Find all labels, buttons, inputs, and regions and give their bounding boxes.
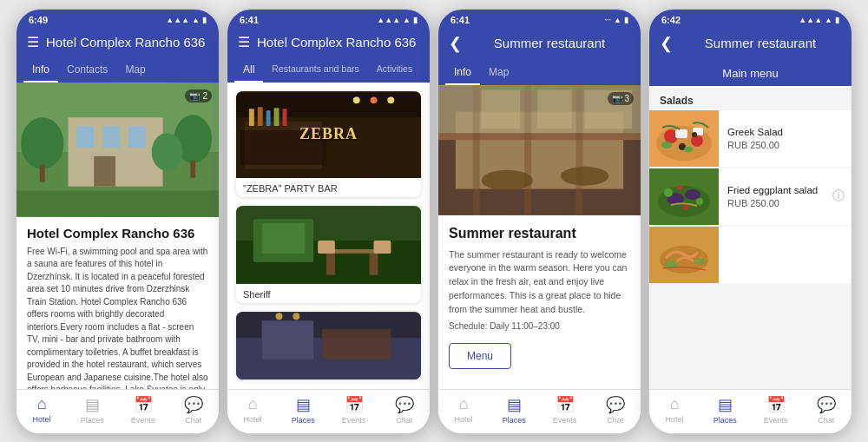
nav-hotel-4[interactable]: ⌂ Hotel	[649, 395, 700, 425]
tab-activities-2[interactable]: Activities	[368, 57, 421, 82]
svg-rect-51	[537, 89, 572, 129]
svg-point-69	[683, 205, 688, 210]
nav-events-3[interactable]: 📅 Events	[540, 395, 590, 425]
camera-icon: 📷	[189, 91, 200, 101]
phone-1: 6:49 ▲▲▲ ▲ ▮ ☰ Hotel Complex Rancho 636 …	[16, 9, 220, 434]
tab-contacts-1[interactable]: Contacts	[58, 57, 116, 82]
place-card-sheriff[interactable]: Sheriff	[236, 206, 421, 303]
content-1: 📷 2 Hotel Complex Rancho 636 Free Wi-Fi,…	[16, 82, 219, 389]
svg-rect-36	[262, 320, 313, 360]
nav-chat-2[interactable]: 💬 Chat	[379, 395, 430, 425]
back-icon-4[interactable]: ❮	[660, 34, 673, 53]
menu-icon-1[interactable]: ☰	[27, 34, 39, 50]
tab-info-3[interactable]: Info	[445, 60, 480, 85]
app-header-2: ☰ Hotel Complex Rancho 636	[227, 29, 430, 57]
nav-hotel-2[interactable]: ⌂ Hotel	[227, 395, 278, 425]
nav-places-2[interactable]: ▤ Places	[278, 395, 328, 425]
nav-events-2[interactable]: 📅 Events	[329, 395, 379, 425]
time-3: 6:41	[450, 15, 470, 25]
tab-info-1[interactable]: Info	[23, 57, 58, 82]
svg-rect-33	[374, 241, 391, 254]
menu-item-greek[interactable]: Greek Salad RUB 250.00	[649, 110, 852, 167]
app-header-3: ❮ Summer restaurant	[438, 29, 641, 60]
info-icon-eggplant[interactable]: ⓘ	[832, 168, 852, 225]
signal-icon-2: ▲▲▲	[377, 16, 400, 24]
shrimp-image	[649, 227, 719, 283]
svg-point-48	[561, 166, 609, 185]
nav-chat-1[interactable]: 💬 Chat	[168, 395, 219, 425]
places-icon-4: ▤	[718, 395, 733, 414]
svg-rect-5	[128, 126, 146, 148]
menu-item-shrimp[interactable]	[649, 227, 852, 283]
phone-4: 6:42 ▲▲▲ ▲ ▮ ❮ Summer restaurant Main me…	[648, 9, 852, 434]
nav-places-label-1: Places	[81, 416, 104, 425]
greek-salad-price: RUB 250.00	[727, 140, 843, 150]
nav-events-label-4: Events	[764, 416, 788, 425]
nav-places-1[interactable]: ▤ Places	[67, 395, 117, 425]
menu-tab[interactable]: Main menu	[649, 62, 852, 88]
menu-button[interactable]: Menu	[449, 343, 511, 369]
svg-rect-20	[282, 109, 286, 126]
signal-icon: ▲▲▲	[166, 16, 189, 24]
svg-rect-37	[322, 329, 391, 360]
nav-hotel-label-4: Hotel	[666, 415, 684, 424]
svg-point-62	[684, 146, 693, 152]
svg-rect-18	[266, 110, 271, 126]
nav-places-label-3: Places	[503, 416, 526, 425]
nav-events-4[interactable]: 📅 Events	[751, 395, 801, 425]
svg-rect-43	[438, 133, 641, 140]
menu-icon-2[interactable]: ☰	[238, 34, 250, 50]
places-icon-3: ▤	[507, 395, 522, 414]
chat-icon-2: 💬	[395, 395, 414, 414]
content-2: ZEBRA "ZEBRA" PARTY BAR	[227, 82, 430, 389]
svg-rect-32	[318, 241, 335, 254]
shrimp-info	[719, 227, 852, 283]
svg-rect-8	[40, 164, 45, 181]
schedule: Schedule: Daily 11:00–23:00	[449, 321, 630, 331]
battery-icon-3: ▮	[624, 16, 628, 24]
hotel-icon-1: ⌂	[37, 395, 47, 413]
svg-rect-4	[102, 126, 120, 148]
svg-point-61	[661, 142, 672, 148]
events-icon-4: 📅	[766, 395, 786, 414]
svg-point-68	[696, 198, 703, 205]
place-card-3[interactable]	[236, 312, 421, 380]
restaurant-image: 📷 3	[438, 85, 641, 215]
nav-places-label-2: Places	[292, 416, 315, 425]
status-icons-4: ▲▲▲ ▲ ▮	[799, 16, 839, 24]
header-title-1: Hotel Complex Rancho 636	[46, 35, 208, 49]
svg-point-21	[387, 96, 394, 103]
svg-rect-10	[190, 160, 195, 177]
nav-events-label-1: Events	[131, 416, 155, 425]
place-card-zebra[interactable]: ZEBRA "ZEBRA" PARTY BAR	[236, 91, 421, 197]
nav-hotel-label-1: Hotel	[33, 415, 51, 424]
nav-chat-label-2: Chat	[396, 416, 412, 425]
top-tabs-2: All Restaurants and bars Activities SPA	[227, 57, 430, 82]
svg-point-70	[677, 185, 682, 190]
nav-hotel-1[interactable]: ⌂ Hotel	[16, 395, 67, 425]
hotel-icon-3: ⌂	[459, 395, 469, 413]
nav-hotel-3[interactable]: ⌂ Hotel	[438, 395, 489, 425]
signal-icon-4: ▲▲▲	[799, 16, 822, 24]
battery-icon: ▮	[202, 16, 207, 24]
svg-point-7	[21, 117, 64, 168]
tab-map-1[interactable]: Map	[116, 57, 154, 82]
tab-restaurants-2[interactable]: Restaurants and bars	[263, 57, 367, 82]
nav-places-4[interactable]: ▤ Places	[700, 395, 750, 425]
back-icon-3[interactable]: ❮	[449, 34, 462, 53]
tab-spa-2[interactable]: SPA	[421, 57, 430, 82]
place-image-sheriff	[236, 206, 421, 284]
menu-item-eggplant[interactable]: Fried eggplant salad RUB 250.00 ⓘ	[649, 168, 852, 225]
wifi-icon-3: ▲	[614, 16, 621, 24]
tab-all-2[interactable]: All	[234, 57, 263, 82]
svg-rect-17	[258, 107, 263, 126]
tab-map-3[interactable]: Map	[480, 60, 517, 85]
restaurant-description: The summer restaurant is ready to welcom…	[449, 248, 630, 317]
nav-places-3[interactable]: ▤ Places	[489, 395, 539, 425]
greek-salad-info: Greek Salad RUB 250.00	[719, 110, 852, 167]
nav-events-1[interactable]: 📅 Events	[118, 395, 168, 425]
nav-chat-3[interactable]: 💬 Chat	[590, 395, 641, 425]
svg-rect-50	[482, 89, 521, 129]
nav-events-label-3: Events	[553, 416, 577, 425]
nav-chat-4[interactable]: 💬 Chat	[801, 395, 852, 425]
